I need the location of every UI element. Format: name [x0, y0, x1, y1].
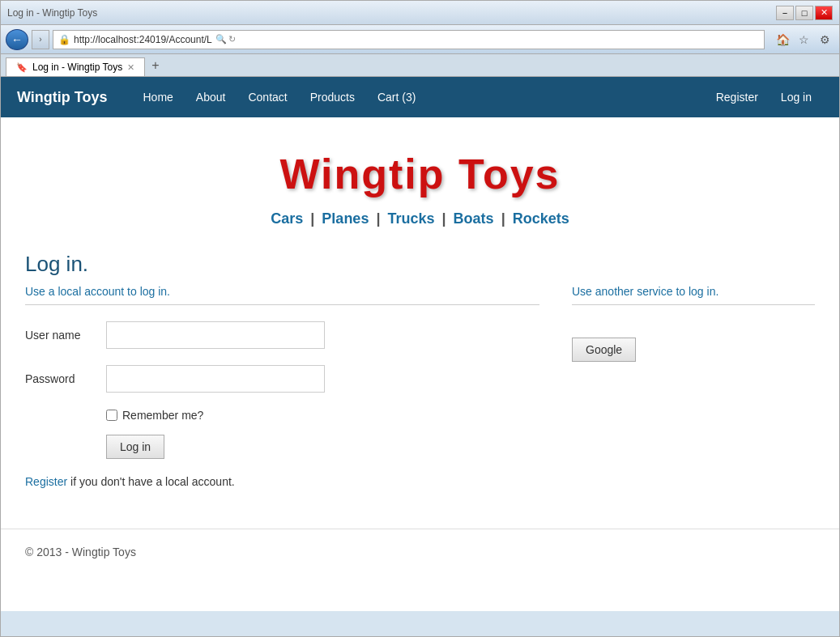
sep-4: |	[501, 210, 505, 227]
tab-close-button[interactable]: ✕	[127, 62, 134, 73]
page-body: Wingtip Toys Cars | Planes | Trucks | Bo…	[1, 117, 839, 504]
category-boats[interactable]: Boats	[454, 210, 494, 227]
tab-bar: 🔖 Log in - Wingtip Toys ✕ +	[1, 54, 839, 77]
google-button[interactable]: Google	[572, 338, 636, 362]
active-tab[interactable]: 🔖 Log in - Wingtip Toys ✕	[6, 57, 145, 76]
tab-favicon: 🔖	[16, 62, 28, 73]
service-label: Use another service to log in.	[572, 285, 815, 298]
nav-cart[interactable]: Cart (3)	[366, 79, 427, 116]
site-brand[interactable]: Wingtip Toys	[17, 89, 108, 106]
site-nav: Wingtip Toys Home About Contact Products…	[1, 77, 839, 117]
local-divider	[25, 304, 539, 305]
category-links: Cars | Planes | Trucks | Boats | Rockets	[25, 210, 815, 227]
service-divider	[572, 304, 815, 305]
refresh-icon[interactable]: ↻	[228, 34, 236, 45]
address-bar[interactable]: 🔒 http://localhost:24019/Account/L 🔍 ↻	[53, 30, 765, 49]
username-group: User name	[25, 321, 539, 349]
page-heading: Log in.	[25, 252, 815, 277]
username-label: User name	[25, 329, 106, 342]
address-text: http://localhost:24019/Account/L	[74, 34, 212, 45]
close-button[interactable]: ✕	[815, 6, 833, 20]
settings-icon[interactable]: ⚙	[815, 30, 834, 49]
new-tab-button[interactable]: +	[145, 55, 165, 76]
password-label: Password	[25, 372, 106, 385]
category-trucks[interactable]: Trucks	[387, 210, 434, 227]
nav-login[interactable]: Log in	[770, 79, 823, 116]
remember-label: Remember me?	[122, 409, 203, 422]
sep-3: |	[442, 210, 446, 227]
nav-links: Home About Contact Products Cart (3)	[132, 79, 705, 116]
nav-home[interactable]: Home	[132, 79, 185, 116]
minimize-button[interactable]: −	[776, 6, 794, 20]
login-button[interactable]: Log in	[106, 435, 164, 459]
title-bar: Log in - Wingtip Toys − □ ✕	[1, 1, 839, 25]
password-group: Password	[25, 365, 539, 393]
nav-about[interactable]: About	[185, 79, 237, 116]
maximize-button[interactable]: □	[795, 6, 813, 20]
password-input[interactable]	[106, 365, 325, 393]
sep-2: |	[376, 210, 380, 227]
window-title: Log in - Wingtip Toys	[7, 7, 97, 19]
remember-checkbox[interactable]	[106, 410, 117, 421]
local-label: Use a local account to log in.	[25, 285, 539, 298]
category-planes[interactable]: Planes	[322, 210, 369, 227]
nav-right: Register Log in	[705, 79, 823, 116]
search-icon: 🔍	[215, 34, 227, 45]
local-login-section: Use a local account to log in. User name…	[25, 285, 539, 488]
form-section: Use a local account to log in. User name…	[25, 285, 815, 488]
category-rockets[interactable]: Rockets	[513, 210, 569, 227]
page-footer: © 2013 - Wingtip Toys	[1, 529, 839, 575]
category-cars[interactable]: Cars	[271, 210, 303, 227]
address-icon: 🔒	[58, 34, 70, 45]
register-text: if you don't have a local account.	[70, 475, 235, 488]
register-row: Register if you don't have a local accou…	[25, 475, 539, 488]
forward-button[interactable]: ›	[32, 30, 49, 49]
nav-register[interactable]: Register	[705, 79, 770, 116]
external-login-section: Use another service to log in. Google	[572, 285, 815, 488]
star-icon[interactable]: ☆	[794, 30, 813, 49]
back-button[interactable]: ←	[6, 29, 28, 50]
nav-contact[interactable]: Contact	[237, 79, 298, 116]
sep-1: |	[310, 210, 314, 227]
hero-title: Wingtip Toys	[25, 150, 815, 198]
remember-row: Remember me?	[106, 409, 539, 422]
footer-text: © 2013 - Wingtip Toys	[25, 546, 136, 558]
nav-products[interactable]: Products	[299, 79, 366, 116]
nav-bar: ← › 🔒 http://localhost:24019/Account/L 🔍…	[1, 25, 839, 54]
page-content: Wingtip Toys Home About Contact Products…	[1, 77, 839, 611]
tab-title: Log in - Wingtip Toys	[32, 62, 122, 73]
home-icon[interactable]: 🏠	[773, 30, 792, 49]
register-link[interactable]: Register	[25, 475, 67, 488]
username-input[interactable]	[106, 321, 325, 349]
